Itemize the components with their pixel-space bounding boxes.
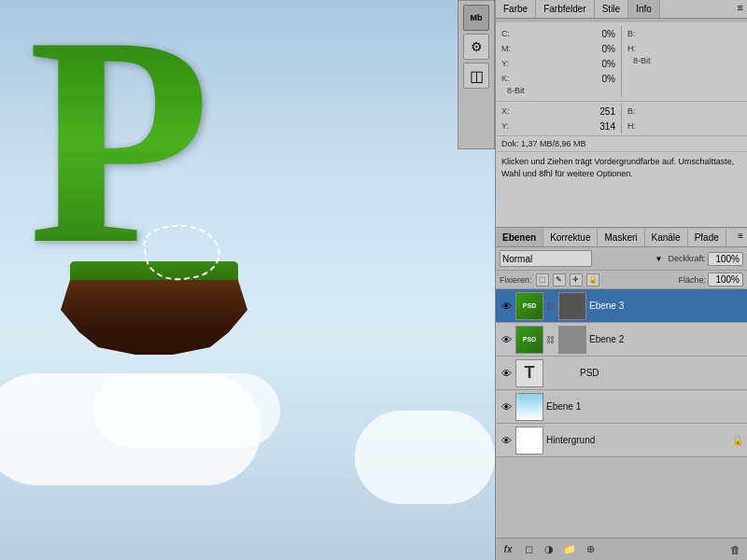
visibility-icon-hintergrund[interactable]: 👁 xyxy=(500,434,513,447)
h-label: H: xyxy=(627,44,641,53)
layer-row-ebene1[interactable]: 👁 Ebene 1 xyxy=(496,390,747,424)
xy-left-col: X: 251 Y: 314 xyxy=(501,104,615,133)
side-toolbar: Mb ⚙ ◫ xyxy=(458,0,495,149)
bit-depth-right: 8-Bit xyxy=(627,56,741,67)
layer-thumb-ebene1 xyxy=(515,393,543,421)
layer-row-hintergrund[interactable]: 👁 Hintergrund 🔒 xyxy=(496,424,747,457)
tab-info[interactable]: Info xyxy=(628,0,660,18)
layers-toolbar: fx ◻ ◑ 📁 ⊕ 🗑 xyxy=(496,538,747,560)
add-icon: ◫ xyxy=(470,67,484,85)
layer-name-ebene1: Ebene 1 xyxy=(546,401,743,412)
tab-korrektur[interactable]: Korrektue xyxy=(543,229,598,246)
cmyk-right-col: B: H: 8-Bit xyxy=(627,26,741,97)
dok-info: Dok: 1,37 MB/8,96 MB xyxy=(496,135,747,151)
fix-paint-icon[interactable]: ✎ xyxy=(553,273,566,287)
layer-name-ebene3: Ebene 3 xyxy=(589,301,743,311)
bh-row: B: xyxy=(627,104,741,119)
visibility-icon-ebene2[interactable]: 👁 xyxy=(500,333,513,346)
folder-icon: 📁 xyxy=(563,543,576,555)
layers-panel: Ebenen Korrektue Maskeri Kanäle Pfade ≡ … xyxy=(496,229,747,560)
xy-divider xyxy=(621,104,622,133)
hh-row: H: xyxy=(627,119,741,133)
trash-icon: 🗑 xyxy=(730,544,740,555)
cmyk-left-col: C: 0% M: 0% Y: 0% K: 0% 8-Bit xyxy=(501,26,615,97)
description-text: Klicken und Ziehen trägt Vordergrundfarb… xyxy=(496,151,747,183)
fix-move-icon[interactable]: ✛ xyxy=(570,273,583,287)
link-icon-ebene3: ⛓ xyxy=(546,301,556,311)
layer-thumb-psd: T xyxy=(515,359,543,387)
flache-value: 100% xyxy=(708,273,743,287)
c-row: C: 0% xyxy=(501,26,615,41)
tool-mb[interactable]: Mb xyxy=(463,5,489,31)
m-label: M: xyxy=(501,44,514,53)
cmyk-divider xyxy=(621,26,622,97)
info-panel: C: 0% M: 0% Y: 0% K: 0% 8-Bit xyxy=(496,22,747,228)
fix-all-icon[interactable]: 🔒 xyxy=(586,273,599,287)
layer-mask-ebene2 xyxy=(558,326,586,354)
y-row: Y: 314 xyxy=(501,119,615,133)
fixieren-label: Fixieren: xyxy=(500,275,532,285)
tab-stile[interactable]: Stile xyxy=(595,0,628,18)
cloud-3 xyxy=(355,411,495,504)
tool-add[interactable]: ◫ xyxy=(463,63,489,89)
cmyk-section: C: 0% M: 0% Y: 0% K: 0% 8-Bit xyxy=(496,22,747,101)
flache-label: Fläche: xyxy=(678,275,706,285)
c-label: C: xyxy=(501,29,514,38)
tab-maskeri[interactable]: Maskeri xyxy=(598,229,644,246)
info-panel-collapse[interactable]: ≡ xyxy=(734,0,747,18)
tab-farbe[interactable]: Farbe xyxy=(496,0,536,18)
y-value: 0% xyxy=(514,59,615,69)
y-coord-label: Y: xyxy=(501,121,514,131)
b-label: B: xyxy=(627,29,641,38)
tab-ebenen[interactable]: Ebenen xyxy=(496,229,543,246)
psd-badge-ebene2: PSD xyxy=(523,336,536,343)
blend-mode-select[interactable]: NormalAuflösenAbdunkelnMultiplizierenFar… xyxy=(500,250,592,267)
bit-depth-left: 8-Bit xyxy=(501,86,615,97)
delete-layer-button[interactable]: 🗑 xyxy=(726,541,743,558)
adjustment-layer-button[interactable]: ◑ xyxy=(541,541,557,558)
layers-tabs: Ebenen Korrektue Maskeri Kanäle Pfade ≡ xyxy=(496,229,747,247)
layers-panel-collapse[interactable]: ≡ xyxy=(734,229,747,246)
layer-row-ebene2[interactable]: 👁 PSD ⛓ Ebene 2 xyxy=(496,323,747,357)
c-value: 0% xyxy=(514,29,615,39)
bh-label: B: xyxy=(627,106,641,116)
xy-right-col: B: H: xyxy=(627,104,741,133)
layer-controls: NormalAuflösenAbdunkelnMultiplizierenFar… xyxy=(496,247,747,271)
visibility-icon-psd[interactable]: 👁 xyxy=(500,367,513,380)
new-layer-button[interactable]: ⊕ xyxy=(582,541,599,558)
layer-thumb-ebene3: PSD xyxy=(515,292,543,320)
tab-pfade[interactable]: Pfade xyxy=(688,229,726,246)
opacity-control: Deckkraft: 100% xyxy=(668,252,743,266)
fx-icon: fx xyxy=(504,544,513,554)
tab-kanaele[interactable]: Kanäle xyxy=(645,229,688,246)
layer-name-psd: PSD xyxy=(546,368,743,378)
m-value: 0% xyxy=(514,44,615,54)
new-layer-icon: ⊕ xyxy=(586,543,595,555)
fx-button[interactable]: fx xyxy=(500,541,516,558)
group-layer-button[interactable]: 📁 xyxy=(561,541,578,558)
h-row: H: xyxy=(627,41,741,56)
psd-badge-ebene3: PSD xyxy=(523,302,536,309)
layer-row-ebene3[interactable]: 👁 PSD ⛓ Ebene 3 xyxy=(496,289,747,323)
hh-label: H: xyxy=(627,121,641,131)
x-value: 251 xyxy=(514,106,615,117)
k-row: K: 0% xyxy=(501,71,615,86)
layer-name-hintergrund: Hintergrund xyxy=(546,435,729,445)
cloud-2 xyxy=(93,373,280,448)
add-mask-button[interactable]: ◻ xyxy=(520,541,537,558)
layer-row-psd[interactable]: 👁 T PSD xyxy=(496,357,747,390)
fix-transparent-icon[interactable]: ⬚ xyxy=(536,273,549,287)
text-layer-icon: T xyxy=(525,363,535,383)
visibility-icon-ebene3[interactable]: 👁 xyxy=(500,300,513,313)
tool-settings[interactable]: ⚙ xyxy=(463,34,489,60)
info-tabs: Farbe Farbfelder Stile Info ≡ xyxy=(496,0,747,19)
layer-name-ebene2: Ebene 2 xyxy=(589,334,743,344)
right-panel: Farbe Farbfelder Stile Info ≡ C: 0% M: xyxy=(495,0,747,560)
gear-icon: ⚙ xyxy=(471,39,483,54)
visibility-icon-ebene1[interactable]: 👁 xyxy=(500,400,513,413)
blend-select-arrow-icon: ▼ xyxy=(655,255,663,263)
add-mask-icon: ◻ xyxy=(525,543,533,555)
y-row: Y: 0% xyxy=(501,56,615,71)
tab-farbfelder[interactable]: Farbfelder xyxy=(536,0,595,18)
k-label: K: xyxy=(501,74,514,83)
